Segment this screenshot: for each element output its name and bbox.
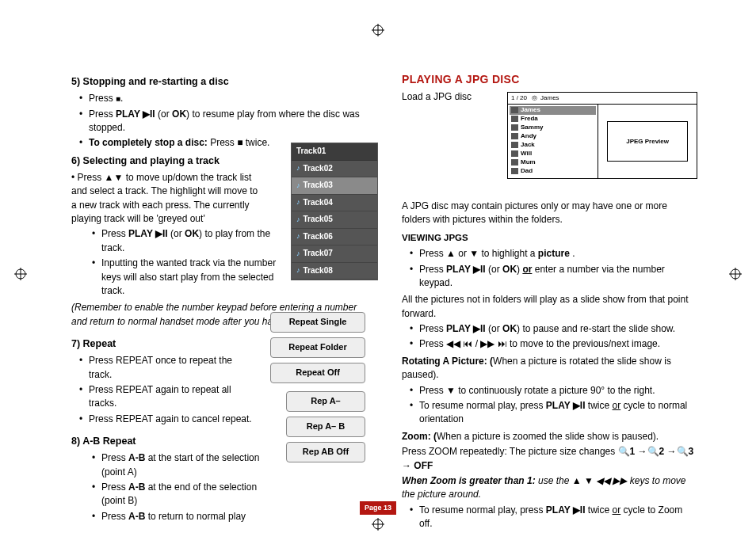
jpg-browser-illustration: 1 / 20 ◎ James James Freda Sammy Andy Ja…: [507, 92, 697, 179]
zoom-greater: When Zoom is greater than 1: use the ▲ ▼…: [402, 474, 697, 502]
s8-bullet-1: Press A-B at the start of the selection …: [92, 451, 277, 479]
jpg-item: Dad: [510, 167, 596, 176]
jpg-current: James: [540, 93, 559, 103]
view-bullet-3: Press PLAY ▶II (or OK) to pause and re-s…: [410, 322, 697, 336]
jpg-preview-label: JPEG Preview: [607, 121, 687, 162]
jpg-intro: A JPG disc may contain pictures only or …: [402, 200, 697, 227]
pill-repeat-off: Repeat Off: [270, 363, 365, 383]
ab-pills: Rep A– Rep A– B Rep AB Off: [286, 391, 365, 467]
zoom-heading: Zoom: (When a picture is zoomed the slid…: [402, 430, 697, 443]
track-row-selected: ♪Track03: [292, 177, 377, 195]
rot-bullet-1: Press ▼ to continuously rotate a picture…: [410, 384, 697, 398]
jpg-item: Jack: [510, 141, 596, 150]
s7-bullet-2: Press REPEAT again to repeat all tracks.: [79, 383, 254, 411]
registration-mark-top: [372, 24, 384, 36]
pill-rep-ab-off: Rep AB Off: [286, 442, 365, 462]
heading-viewing-jpgs: VIEWING JPGS: [402, 231, 697, 245]
s6-para: • Press ▲▼ to move up/down the track lis…: [71, 171, 262, 226]
registration-mark-left: [14, 268, 27, 280]
track-row: ♪Track07: [292, 245, 377, 263]
heading-jpg-disc: PLAYING A JPG DISC: [402, 71, 697, 87]
pill-rep-a: Rep A–: [286, 391, 365, 412]
left-column: 5) Stopping and re-starting a disc Press…: [71, 71, 373, 535]
rotating-heading: Rotating A Picture: (When a picture is r…: [402, 355, 697, 382]
track-row: ♪Track02: [292, 161, 377, 178]
jpg-item: Andy: [510, 132, 596, 141]
s6-bullet-2: Inputting the wanted track via the numbe…: [92, 257, 277, 298]
rot-bullet-2: To resume normal play, press PLAY ▶II tw…: [410, 399, 697, 427]
track-row: ♪Track05: [292, 211, 377, 229]
repeat-pills: Repeat Single Repeat Folder Repeat Off: [270, 312, 365, 388]
s8-bullet-2: Press A-B at the end of the selection (p…: [92, 481, 277, 508]
jpg-item: Sammy: [510, 124, 596, 132]
jpg-counter: 1 / 20: [511, 93, 527, 103]
track-list-illustration: Track01 ♪Track02 ♪Track03 ♪Track04 ♪Trac…: [291, 143, 378, 280]
zoom-sequence: Press ZOOM repeatedly: The picture size …: [402, 445, 697, 473]
jpg-item: Mum: [510, 158, 596, 167]
right-column: PLAYING A JPG DISC Load a JPG disc 1 / 2…: [395, 71, 697, 535]
jpg-folder-list: James Freda Sammy Andy Jack Will Mum Dad: [508, 105, 598, 179]
s7-bullet-1: Press REPEAT once to repeat the track.: [79, 354, 254, 382]
jpg-item: Freda: [510, 115, 596, 124]
view-bullet-1: Press ▲ or ▼ to highlight a picture .: [410, 247, 697, 261]
s6-bullet-1: Press PLAY ▶II (or OK) to play from the …: [92, 227, 277, 255]
pill-repeat-folder: Repeat Folder: [270, 337, 365, 358]
pill-repeat-single: Repeat Single: [270, 312, 365, 333]
jpg-item: Will: [510, 150, 596, 158]
s7-bullet-3: Press REPEAT again to cancel repeat.: [79, 413, 254, 426]
view-bullet-2: Press PLAY ▶II (or OK) or enter a number…: [410, 263, 697, 291]
track-header: Track01: [292, 143, 377, 161]
track-row: ♪Track08: [292, 263, 377, 280]
registration-mark-right: [729, 268, 742, 280]
jpg-preview-pane: JPEG Preview: [598, 105, 697, 179]
view-forward: All the pictures not in folders will pla…: [402, 293, 697, 321]
s5-bullet-1: Press ■.: [79, 92, 367, 105]
pill-rep-ab: Rep A– B: [286, 417, 365, 437]
zoom-bullet-end: To resume normal play, press PLAY ▶II tw…: [410, 504, 697, 531]
page-number-badge: Page 13: [360, 501, 396, 515]
s8-bullet-3: Press A-B to return to normal play: [92, 510, 277, 523]
jpg-item-selected: James: [510, 106, 596, 115]
load-jpg: Load a JPG disc: [402, 90, 497, 104]
s5-bullet-2: Press PLAY ▶II (or OK) to resume play fr…: [79, 108, 367, 135]
track-row: ♪Track06: [292, 229, 377, 246]
heading-stopping: 5) Stopping and re-starting a disc: [71, 74, 367, 89]
track-row: ♪Track04: [292, 195, 377, 212]
view-bullet-4: Press ◀◀ ⏮ / ▶▶ ⏭ to move to the previou…: [410, 337, 697, 351]
